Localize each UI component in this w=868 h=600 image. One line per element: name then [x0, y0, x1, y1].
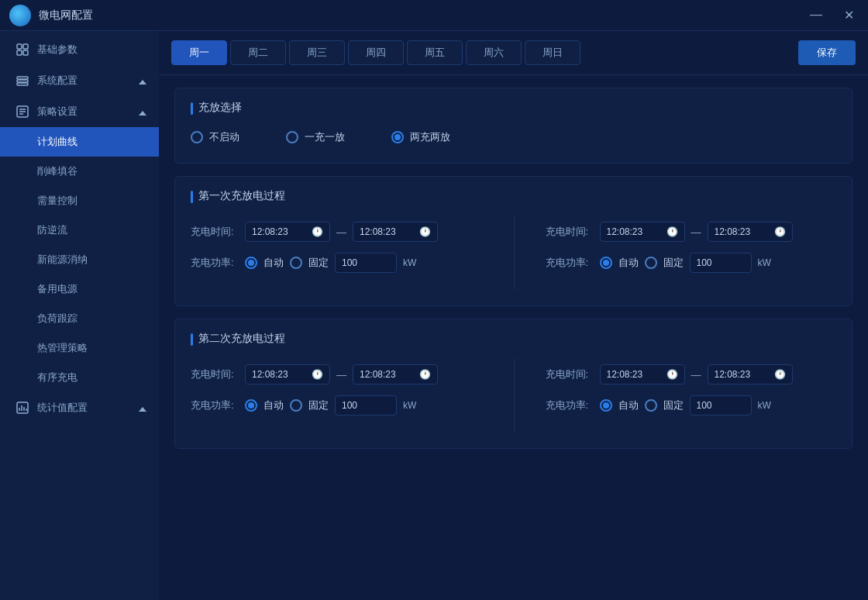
second-left-power-unit: kW	[403, 400, 416, 411]
first-right-dash: —	[691, 226, 701, 238]
first-left-time-row: 充电时间: 12:08:23 🕐 — 12:08:23 🕐	[191, 222, 498, 242]
sidebar-sub-item-peak[interactable]: 削峰填谷	[0, 157, 159, 186]
sidebar-item-basic[interactable]: 基础参数	[0, 34, 159, 65]
first-left-fixed-outer	[290, 257, 302, 269]
clock-icon-4: 🕐	[774, 226, 786, 237]
first-left-time-end[interactable]: 12:08:23 🕐	[353, 222, 438, 242]
first-left-auto-radio[interactable]: 自动	[245, 256, 284, 270]
app-logo	[9, 5, 31, 26]
window-controls: — ✕	[805, 6, 859, 24]
second-left-power-input[interactable]	[335, 395, 397, 416]
svg-rect-3	[23, 50, 28, 55]
app-title: 微电网配置	[39, 9, 805, 22]
second-right-time-start[interactable]: 12:08:23 🕐	[600, 364, 685, 384]
second-process-grid: 充电时间: 12:08:23 🕐 — 12:08:23 🕐	[191, 358, 836, 433]
second-left-fixed-radio[interactable]: 固定	[290, 398, 329, 412]
clock-icon-5: 🕐	[312, 369, 323, 380]
second-right-fixed-radio[interactable]: 固定	[645, 398, 684, 412]
minimize-button[interactable]: —	[805, 6, 827, 24]
system-icon	[16, 74, 29, 88]
main-content: 周一 周二 周三 周四 周五 周六 周日 保存	[159, 31, 868, 600]
second-process-left: 充电时间: 12:08:23 🕐 — 12:08:23 🕐	[191, 358, 514, 433]
first-left-power-input[interactable]	[335, 253, 397, 273]
close-button[interactable]: ✕	[839, 6, 859, 24]
first-process-left: 充电时间: 12:08:23 🕐 — 12:08:23 🕐	[191, 216, 514, 290]
clock-icon-7: 🕐	[666, 369, 678, 380]
tab-wednesday[interactable]: 周三	[289, 40, 345, 65]
first-right-fixed-outer	[645, 257, 657, 269]
sidebar-item-stats[interactable]: 统计值配置	[0, 392, 159, 423]
first-left-dash: —	[336, 226, 346, 238]
tabs-row: 周一 周二 周三 周四 周五 周六 周日 保存	[159, 31, 868, 75]
svg-rect-1	[23, 44, 28, 49]
clock-icon-2: 🕐	[419, 226, 431, 237]
sidebar-sub-item-plan[interactable]: 计划曲线	[0, 127, 159, 157]
first-right-fixed-radio[interactable]: 固定	[645, 256, 684, 270]
sidebar-label-stats: 统计值配置	[37, 401, 88, 415]
sidebar-sub-item-backup[interactable]: 备用电源	[0, 274, 159, 304]
content-area: 充放选择 不启动 一充一放 两充两放	[159, 75, 868, 600]
first-right-power-row: 充电功率: 自动 固定	[546, 253, 822, 273]
first-right-time-label: 充电时间:	[546, 225, 594, 239]
tab-thursday[interactable]: 周四	[348, 40, 404, 65]
first-right-time-start[interactable]: 12:08:23 🕐	[600, 222, 685, 242]
second-right-time-end[interactable]: 12:08:23 🕐	[708, 364, 793, 384]
sidebar-sub-item-load[interactable]: 负荷跟踪	[0, 304, 159, 333]
second-left-time-row: 充电时间: 12:08:23 🕐 — 12:08:23 🕐	[191, 364, 498, 384]
second-process-section: 第二次充放电过程 充电时间: 12:08:23 🕐 — 12:08:	[174, 319, 852, 449]
second-right-power-label: 充电功率:	[546, 398, 594, 412]
sidebar-item-system[interactable]: 系统配置	[0, 65, 159, 96]
second-left-time-start[interactable]: 12:08:23 🕐	[245, 364, 330, 384]
sidebar-sub-item-thermal[interactable]: 热管理策略	[0, 333, 159, 363]
clock-icon-8: 🕐	[774, 369, 786, 380]
sidebar-sub-item-anti[interactable]: 防逆流	[0, 216, 159, 245]
first-left-power-row: 充电功率: 自动 固定	[191, 253, 498, 273]
first-process-section: 第一次充放电过程 充电时间: 12:08:23 🕐 — 12:08:	[174, 176, 852, 306]
clock-icon-6: 🕐	[419, 369, 431, 380]
titlebar: 微电网配置 — ✕	[0, 0, 868, 31]
tab-monday[interactable]: 周一	[171, 40, 227, 65]
second-left-power-label: 充电功率:	[191, 398, 239, 412]
clock-icon-3: 🕐	[666, 226, 678, 237]
second-right-fixed-outer	[645, 399, 657, 412]
first-left-time-start[interactable]: 12:08:23 🕐	[245, 222, 330, 242]
second-right-dash: —	[691, 369, 701, 381]
tab-sunday[interactable]: 周日	[525, 40, 580, 65]
second-left-time-end[interactable]: 12:08:23 🕐	[353, 364, 438, 384]
first-right-auto-outer	[600, 257, 612, 269]
tab-saturday[interactable]: 周六	[466, 40, 522, 65]
svg-rect-2	[17, 50, 22, 55]
second-left-auto-radio[interactable]: 自动	[245, 398, 284, 412]
first-right-auto-radio[interactable]: 自动	[600, 256, 639, 270]
save-button[interactable]: 保存	[798, 40, 856, 65]
radio-no-start[interactable]: 不启动	[191, 130, 239, 144]
second-right-power-input[interactable]	[690, 395, 752, 416]
second-right-time-label: 充电时间:	[546, 367, 594, 381]
first-left-fixed-radio[interactable]: 固定	[290, 256, 329, 270]
tab-friday[interactable]: 周五	[407, 40, 463, 65]
first-right-power-unit: kW	[758, 257, 771, 268]
second-left-fixed-outer	[290, 399, 302, 412]
sidebar-sub-item-demand[interactable]: 需量控制	[0, 186, 159, 216]
sidebar-sub-item-newenergy[interactable]: 新能源消纳	[0, 245, 159, 274]
stats-icon	[16, 401, 29, 415]
sidebar-item-strategy[interactable]: 策略设置	[0, 96, 159, 127]
first-process-grid: 充电时间: 12:08:23 🕐 — 12:08:23 🕐	[191, 216, 836, 290]
radio-one-cycle[interactable]: 一充一放	[286, 130, 345, 144]
radio-two-cycle-outer	[391, 131, 404, 143]
svg-rect-0	[17, 44, 22, 49]
first-left-auto-outer	[245, 257, 257, 269]
svg-rect-11	[17, 402, 28, 413]
first-right-time-end[interactable]: 12:08:23 🕐	[708, 222, 793, 242]
second-right-auto-radio[interactable]: 自动	[600, 398, 639, 412]
second-left-auto-outer	[245, 399, 257, 412]
radio-two-cycle[interactable]: 两充两放	[391, 130, 450, 144]
second-process-title: 第二次充放电过程	[191, 332, 836, 346]
second-left-time-label: 充电时间:	[191, 367, 239, 381]
second-right-power-row: 充电功率: 自动 固定	[546, 395, 822, 416]
second-right-time-row: 充电时间: 12:08:23 🕐 — 12:08:23 🕐	[546, 364, 822, 384]
sidebar-sub-item-ordered[interactable]: 有序充电	[0, 363, 159, 392]
first-right-power-input[interactable]	[690, 253, 752, 273]
tab-tuesday[interactable]: 周二	[230, 40, 286, 65]
first-left-power-unit: kW	[403, 257, 416, 268]
